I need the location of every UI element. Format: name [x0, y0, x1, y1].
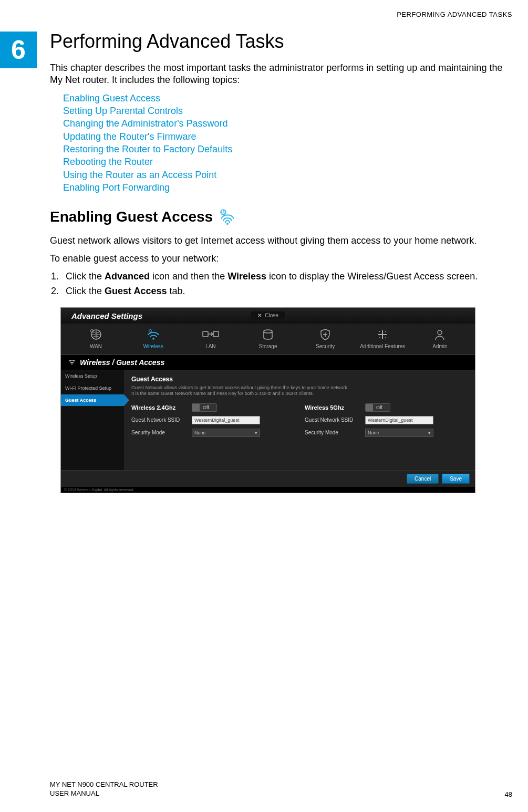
- topic-link[interactable]: Restoring the Router to Factory Defaults: [63, 143, 512, 155]
- topic-link[interactable]: Setting Up Parental Controls: [63, 105, 512, 117]
- toggle-knob: [192, 404, 200, 411]
- wifi-icon: [144, 328, 162, 341]
- topic-link[interactable]: Changing the Administrator's Password: [63, 117, 512, 130]
- guest-wifi-icon: [218, 209, 237, 225]
- sidenav-wireless-setup[interactable]: Wireless Setup: [61, 370, 124, 382]
- breadcrumb-section: Guest Access: [116, 358, 164, 367]
- nav-label: Additional Features: [360, 343, 405, 349]
- toggle-state: Off: [203, 405, 209, 410]
- toggle-24ghz[interactable]: Off: [192, 403, 217, 412]
- top-nav: WAN Wireless LAN Storage: [61, 324, 475, 355]
- topic-link[interactable]: Using the Router as an Access Point: [63, 169, 512, 181]
- nav-lan[interactable]: LAN: [182, 328, 239, 349]
- svg-point-5: [149, 329, 151, 332]
- nav-wireless[interactable]: Wireless: [125, 328, 182, 349]
- toggle-knob: [366, 404, 373, 411]
- close-button[interactable]: ✕ Close: [251, 311, 285, 319]
- toggle-state: Off: [376, 405, 382, 410]
- screenshot-title: Advanced Settings: [71, 311, 142, 320]
- svg-point-13: [438, 330, 442, 335]
- panel-footer: Cancel Save: [61, 470, 475, 487]
- chapter-intro: This chapter describes the most importan…: [50, 62, 512, 87]
- section-intro-2: To enable guest access to your network:: [50, 253, 512, 265]
- panel-title: Guest Access: [131, 376, 468, 383]
- input-ssid-5[interactable]: [365, 416, 433, 424]
- lan-icon: [202, 328, 220, 341]
- select-mode-5[interactable]: None ▾: [365, 429, 433, 437]
- chapter-title: Performing Advanced Tasks: [50, 30, 512, 53]
- running-header: PERFORMING ADVANCED TASKS: [397, 11, 512, 18]
- col-24ghz: Wireless 2.4Ghz Off Guest Network SSID S…: [131, 403, 294, 441]
- section-intro-1: Guest network allows visitors to get Int…: [50, 235, 512, 247]
- col-head-24: Wireless 2.4Ghz: [131, 404, 187, 411]
- storage-icon: [259, 328, 277, 341]
- steps-list: Click the Advanced icon and then the Wir…: [50, 270, 512, 298]
- col-head-5: Wireless 5Ghz: [305, 404, 360, 411]
- svg-point-0: [226, 223, 229, 225]
- nav-additional[interactable]: Additional Features: [354, 328, 411, 349]
- toggle-5ghz[interactable]: Off: [365, 403, 390, 412]
- side-nav: Wireless Setup Wi-Fi Protected Setup Gue…: [61, 370, 124, 470]
- chapter-number: 6: [0, 32, 37, 68]
- label-ssid-5: Guest Network SSID: [305, 417, 360, 423]
- panel-desc-1: Guest Network allows visitors to get Int…: [131, 385, 468, 391]
- nav-wan[interactable]: WAN: [67, 328, 125, 349]
- breadcrumb-prefix: Wireless /: [80, 358, 116, 367]
- wifi-small-icon: [68, 358, 76, 367]
- nav-admin[interactable]: Admin: [411, 328, 469, 349]
- footer-doc: USER MANUAL: [50, 789, 158, 798]
- col-5ghz: Wireless 5Ghz Off Guest Network SSID Sec…: [305, 403, 468, 441]
- sidenav-guest-access[interactable]: Guest Access: [61, 394, 124, 407]
- select-mode-24[interactable]: None ▾: [192, 429, 260, 437]
- shield-icon: [316, 328, 334, 341]
- page-number: 48: [505, 790, 512, 798]
- nav-label: Security: [316, 343, 335, 349]
- close-icon: ✕: [257, 313, 262, 318]
- svg-point-14: [71, 363, 73, 365]
- section-heading: Enabling Guest Access: [50, 209, 213, 225]
- nav-label: WAN: [90, 343, 102, 349]
- input-ssid-24[interactable]: [192, 416, 260, 424]
- topic-link[interactable]: Updating the Router's Firmware: [63, 130, 512, 143]
- svg-point-12: [385, 337, 386, 338]
- nav-storage[interactable]: Storage: [239, 328, 296, 349]
- cancel-button[interactable]: Cancel: [407, 474, 439, 484]
- chevron-down-icon: ▾: [428, 430, 431, 435]
- select-value: None: [368, 430, 379, 435]
- svg-point-4: [152, 338, 154, 340]
- svg-point-10: [385, 331, 386, 332]
- topic-link[interactable]: Enabling Guest Access: [63, 92, 512, 105]
- footer-product: MY NET N900 CENTRAL ROUTER: [50, 780, 158, 789]
- globe-icon: [87, 328, 105, 341]
- user-icon: [431, 328, 449, 341]
- page-footer: MY NET N900 CENTRAL ROUTER USER MANUAL 4…: [50, 780, 512, 798]
- nav-security[interactable]: Security: [297, 328, 354, 349]
- sidenav-wps[interactable]: Wi-Fi Protected Setup: [61, 382, 124, 394]
- main-panel: Guest Access Guest Network allows visito…: [124, 370, 475, 470]
- svg-point-9: [379, 331, 380, 332]
- svg-point-11: [379, 337, 380, 338]
- breadcrumb: Wireless / Guest Access: [61, 355, 475, 370]
- screenshot-titlebar: Advanced Settings ✕ Close: [61, 308, 475, 324]
- nav-label: Admin: [432, 343, 447, 349]
- chevron-down-icon: ▾: [255, 430, 257, 435]
- svg-rect-6: [203, 331, 208, 337]
- nav-label: Storage: [258, 343, 277, 349]
- topic-link[interactable]: Rebooting the Router: [63, 155, 512, 168]
- step-1: Click the Advanced icon and then the Wir…: [61, 270, 512, 283]
- select-value: None: [194, 430, 206, 435]
- svg-rect-7: [213, 331, 219, 337]
- svg-point-8: [264, 330, 272, 333]
- plus-icon: [374, 328, 391, 341]
- label-ssid-24: Guest Network SSID: [131, 417, 187, 423]
- close-label: Close: [265, 313, 278, 318]
- copyright: © 2012 Western Digital. All rights reser…: [61, 487, 475, 493]
- label-mode-24: Security Mode: [131, 430, 187, 435]
- panel-desc-2: It is the same Guest Network Name and Pa…: [131, 391, 468, 397]
- save-button[interactable]: Save: [442, 474, 470, 484]
- nav-label: LAN: [205, 343, 215, 349]
- topic-link[interactable]: Enabling Port Forwarding: [63, 181, 512, 194]
- nav-label: Wireless: [143, 343, 163, 349]
- label-mode-5: Security Mode: [305, 430, 360, 435]
- router-screenshot: Advanced Settings ✕ Close WAN Wireless: [60, 307, 475, 493]
